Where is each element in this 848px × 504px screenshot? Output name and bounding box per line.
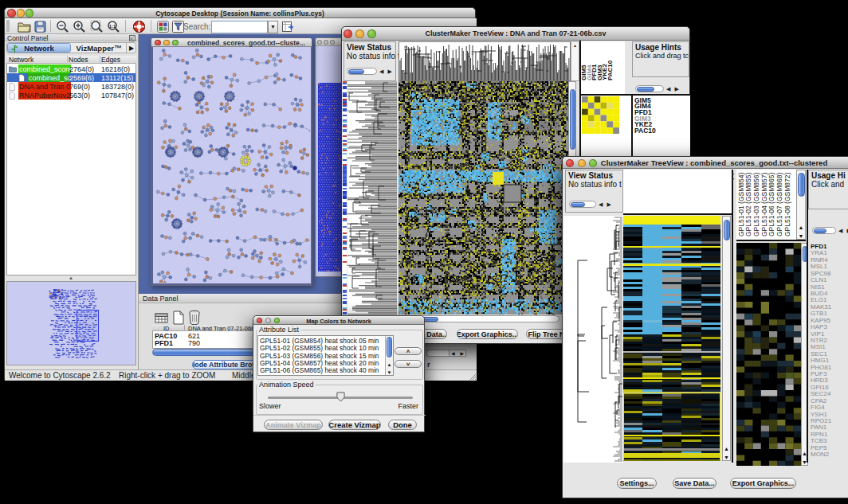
svg-text:PAC10: PAC10 [607,60,614,80]
svg-text:GPL51-04 (GSM857): GPL51-04 (GSM857) [760,173,768,236]
svg-text:GPL51-07 (GSM868): GPL51-07 (GSM868) [775,173,783,236]
svg-text:GPL51-03 (GSM856): GPL51-03 (GSM856) [752,173,760,236]
svg-text:GPL51-02 (GSM855): GPL51-02 (GSM855) [744,173,752,236]
svg-text:GPL51-01 (GSM854): GPL51-01 (GSM854) [737,173,745,236]
svg-text:GPL51-08 (GSM872): GPL51-08 (GSM872) [783,173,791,236]
svg-text:MON2: MON2 [811,451,830,458]
svg-text:GPL51-06 (GSM865): GPL51-06 (GSM865) [768,173,775,236]
svg-text:1:1: 1:1 [109,23,116,28]
